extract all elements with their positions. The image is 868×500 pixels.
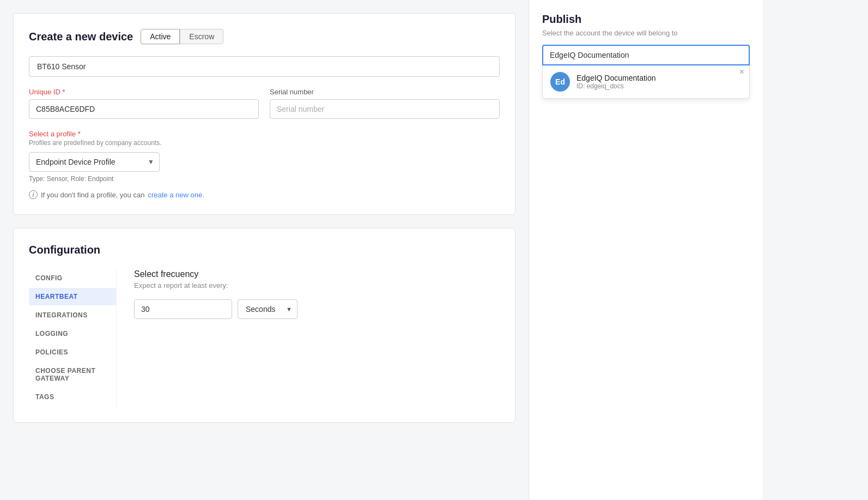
account-info: EdgeIQ Documentation ID: edgeiq_docs xyxy=(576,74,656,90)
publish-dropdown: Ed EdgeIQ Documentation ID: edgeiq_docs xyxy=(542,65,750,99)
tab-active[interactable]: Active xyxy=(141,29,180,44)
tab-escrow[interactable]: Escrow xyxy=(180,29,223,44)
nav-integrations[interactable]: INTEGRATIONS xyxy=(29,306,116,324)
unique-id-label: Unique ID * xyxy=(29,88,259,96)
publish-title: Publish xyxy=(542,13,750,26)
nav-logging[interactable]: LOGGING xyxy=(29,325,116,342)
configuration-card: Configuration CONFIG HEARTBEAT INTEGRATI… xyxy=(13,228,515,423)
create-new-text: If you don't find a profile, you can xyxy=(41,191,144,199)
id-serial-row: Unique ID * Serial number xyxy=(29,88,500,119)
frequency-value-input[interactable] xyxy=(134,299,232,319)
frequency-title: Select frecuency xyxy=(134,269,500,279)
publish-panel: Publish Select the account the device wi… xyxy=(529,0,763,500)
profile-select-wrapper: Endpoint Device Profile ▼ xyxy=(29,152,160,172)
frequency-hint: Expect a report at least every: xyxy=(134,281,500,290)
unique-id-group: Unique ID * xyxy=(29,88,259,119)
frequency-unit-select[interactable]: Seconds Minutes Hours xyxy=(238,299,298,319)
profile-type-hint: Type: Sensor, Role: Endpoint xyxy=(29,175,500,183)
account-avatar: Ed xyxy=(550,72,570,92)
nav-config[interactable]: CONFIG xyxy=(29,269,116,287)
serial-number-input[interactable] xyxy=(270,99,500,119)
device-name-input[interactable] xyxy=(29,56,500,77)
frequency-row: Seconds Minutes Hours ▼ xyxy=(134,299,500,319)
configuration-title: Configuration xyxy=(29,244,500,256)
config-sidebar: CONFIG HEARTBEAT INTEGRATIONS LOGGING PO… xyxy=(29,269,116,407)
publish-option[interactable]: Ed EdgeIQ Documentation ID: edgeiq_docs xyxy=(543,65,749,98)
config-main: Select frecuency Expect a report at leas… xyxy=(116,269,500,407)
unique-id-input[interactable] xyxy=(29,99,259,119)
profile-section-label: Select a profile * xyxy=(29,130,500,138)
account-id: ID: edgeiq_docs xyxy=(576,82,656,90)
frequency-unit-wrapper: Seconds Minutes Hours ▼ xyxy=(238,299,298,319)
publish-hint: Select the account the device will belon… xyxy=(542,29,750,37)
create-device-card: Create a new device Active Escrow Unique… xyxy=(13,13,515,215)
account-name: EdgeIQ Documentation xyxy=(576,74,656,82)
avatar-initials: Ed xyxy=(555,77,565,86)
publish-search-input[interactable] xyxy=(542,45,750,65)
serial-number-group: Serial number xyxy=(270,88,500,119)
nav-choose-parent-gateway[interactable]: CHOOSE PARENT GATEWAY xyxy=(29,362,116,387)
config-layout: CONFIG HEARTBEAT INTEGRATIONS LOGGING PO… xyxy=(29,269,500,407)
profile-select[interactable]: Endpoint Device Profile xyxy=(29,152,160,172)
info-icon: i xyxy=(29,190,38,199)
profile-section: Select a profile * Profiles are predefin… xyxy=(29,130,500,199)
nav-heartbeat[interactable]: HEARTBEAT xyxy=(29,288,116,305)
page-title: Create a new device xyxy=(29,31,133,43)
card-header: Create a new device Active Escrow xyxy=(29,29,500,44)
create-new-link[interactable]: create a new one. xyxy=(148,191,204,199)
profile-hint: Profiles are predefined by company accou… xyxy=(29,139,500,147)
create-new-hint: i If you don't find a profile, you can c… xyxy=(29,190,500,199)
device-tab-group: Active Escrow xyxy=(141,29,223,44)
clear-search-button[interactable]: × xyxy=(739,67,744,77)
publish-search-wrapper: × Ed EdgeIQ Documentation ID: edgeiq_doc… xyxy=(542,45,750,99)
serial-number-label: Serial number xyxy=(270,88,500,96)
nav-tags[interactable]: TAGS xyxy=(29,388,116,406)
nav-policies[interactable]: POLICIES xyxy=(29,344,116,361)
